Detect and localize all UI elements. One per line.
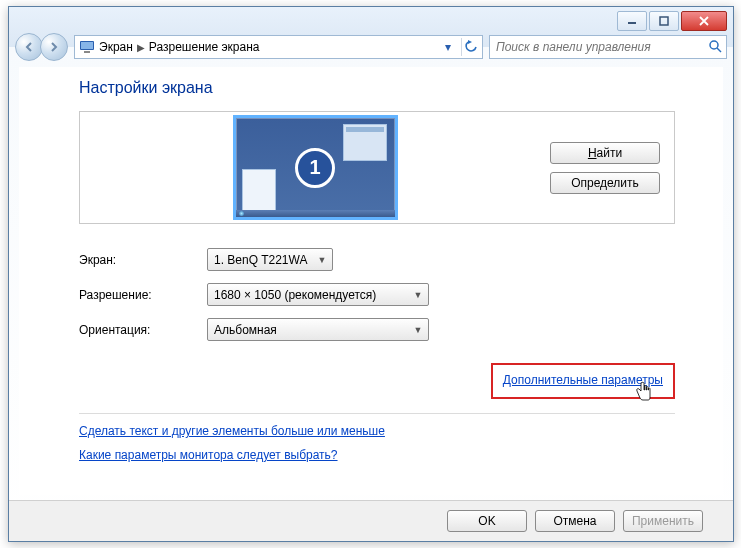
chevron-down-icon: ▼ xyxy=(314,255,330,265)
preview-window-icon xyxy=(242,169,276,211)
monitor-number-badge: 1 xyxy=(295,148,335,188)
which-settings-link[interactable]: Какие параметры монитора следует выбрать… xyxy=(79,448,675,462)
monitor-preview[interactable]: 1 xyxy=(233,115,398,220)
nav-back-forward xyxy=(15,33,68,61)
search-box[interactable] xyxy=(489,35,727,59)
text-size-link[interactable]: Сделать текст и другие элементы больше и… xyxy=(79,424,675,438)
display-dropdown[interactable]: 1. BenQ T221WA ▼ xyxy=(207,248,333,271)
back-button[interactable] xyxy=(15,33,43,61)
svg-rect-0 xyxy=(628,22,636,24)
content-area: Настройки экрана 1 Найти Определить xyxy=(19,67,723,495)
apply-button[interactable]: Применить xyxy=(623,510,703,532)
dialog-footer: OK Отмена Применить xyxy=(9,500,733,541)
titlebar xyxy=(9,7,733,32)
svg-rect-4 xyxy=(84,51,90,53)
resolution-dropdown[interactable]: 1680 × 1050 (рекомендуется) ▼ xyxy=(207,283,429,306)
address-bar[interactable]: Экран ▶ Разрешение экрана ▾ xyxy=(74,35,483,59)
monitor-icon xyxy=(79,40,95,54)
search-input[interactable] xyxy=(494,39,708,55)
breadcrumb-separator-icon: ▶ xyxy=(137,42,145,53)
window-frame: Экран ▶ Разрешение экрана ▾ Настройки эк… xyxy=(8,6,734,542)
monitor-arrangement-box: 1 Найти Определить xyxy=(79,111,675,224)
svg-rect-3 xyxy=(81,42,93,49)
cancel-button[interactable]: Отмена xyxy=(535,510,615,532)
maximize-button[interactable] xyxy=(649,11,679,31)
separator xyxy=(79,413,675,414)
highlight-box: Дополнительные параметры xyxy=(491,363,675,399)
address-dropdown-icon[interactable]: ▾ xyxy=(439,38,457,56)
search-icon[interactable] xyxy=(708,39,722,56)
preview-window-icon xyxy=(343,124,387,161)
advanced-settings-link[interactable]: Дополнительные параметры xyxy=(503,373,663,387)
detect-button[interactable]: Найти xyxy=(550,142,660,164)
close-button[interactable] xyxy=(681,11,727,31)
identify-button[interactable]: Определить xyxy=(550,172,660,194)
orientation-dropdown[interactable]: Альбомная ▼ xyxy=(207,318,429,341)
svg-line-6 xyxy=(717,48,721,52)
navigation-bar: Экран ▶ Разрешение экрана ▾ xyxy=(9,32,733,62)
breadcrumb-item-2[interactable]: Разрешение экрана xyxy=(149,40,260,54)
minimize-button[interactable] xyxy=(617,11,647,31)
resolution-label: Разрешение: xyxy=(79,288,207,302)
chevron-down-icon: ▼ xyxy=(410,325,426,335)
forward-button[interactable] xyxy=(40,33,68,61)
svg-rect-1 xyxy=(660,17,668,25)
refresh-button[interactable] xyxy=(461,38,480,56)
display-label: Экран: xyxy=(79,253,207,267)
page-title: Настройки экрана xyxy=(79,79,675,97)
breadcrumb-item-1[interactable]: Экран xyxy=(99,40,133,54)
svg-point-5 xyxy=(710,41,718,49)
orientation-label: Ориентация: xyxy=(79,323,207,337)
ok-button[interactable]: OK xyxy=(447,510,527,532)
chevron-down-icon: ▼ xyxy=(410,290,426,300)
